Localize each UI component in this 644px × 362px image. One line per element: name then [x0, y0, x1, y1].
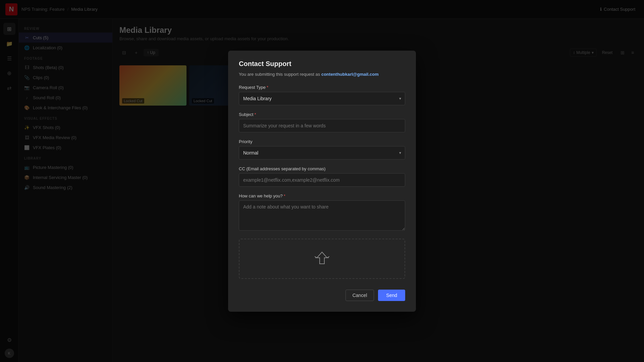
cc-label: CC (Email addresses separated by commas) — [239, 166, 405, 171]
contact-support-modal: Contact Support You are submitting this … — [228, 51, 416, 312]
request-type-select-wrapper: Media Library General Technical Issue Bi… — [239, 92, 405, 105]
upload-area[interactable] — [239, 239, 405, 279]
subject-group: Subject * — [239, 112, 405, 132]
modal-footer: Cancel Send — [239, 287, 405, 301]
request-type-group: Request Type * Media Library General Tec… — [239, 85, 405, 105]
modal-title: Contact Support — [239, 60, 405, 68]
help-group: How can we help you? * — [239, 193, 405, 232]
modal-subtitle-text: You are submitting this support request … — [239, 72, 320, 77]
request-type-label: Request Type * — [239, 85, 405, 90]
modal-subtitle: You are submitting this support request … — [239, 72, 405, 77]
help-required: * — [284, 193, 285, 198]
request-type-select[interactable]: Media Library General Technical Issue Bi… — [239, 92, 405, 105]
cc-group: CC (Email addresses separated by commas) — [239, 166, 405, 187]
subject-input[interactable] — [239, 119, 405, 132]
request-type-required: * — [267, 85, 268, 90]
upload-drop-icon — [312, 250, 332, 267]
subject-required: * — [254, 112, 256, 117]
cc-input[interactable] — [239, 173, 405, 187]
subject-label: Subject * — [239, 112, 405, 117]
svg-marker-0 — [317, 252, 327, 264]
priority-select-wrapper: Low Normal High Urgent ▾ — [239, 146, 405, 160]
help-label: How can we help you? * — [239, 193, 405, 198]
priority-group: Priority Low Normal High Urgent ▾ — [239, 139, 405, 160]
send-button[interactable]: Send — [378, 290, 405, 301]
priority-select[interactable]: Low Normal High Urgent — [239, 146, 405, 160]
priority-label: Priority — [239, 139, 405, 144]
help-textarea[interactable] — [239, 200, 405, 231]
modal-overlay: Contact Support You are submitting this … — [0, 0, 644, 362]
cancel-button[interactable]: Cancel — [345, 290, 374, 301]
modal-email: contenthubkarl@gmail.com — [321, 72, 379, 77]
